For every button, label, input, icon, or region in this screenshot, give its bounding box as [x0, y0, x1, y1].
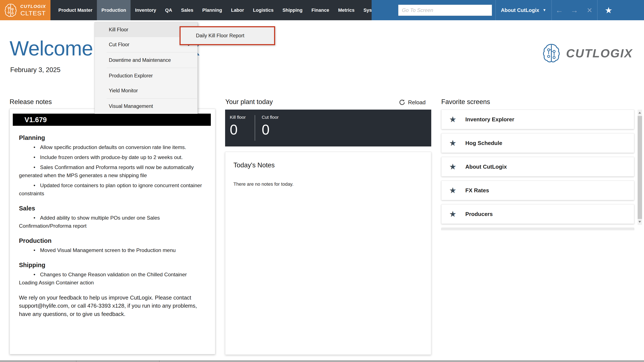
kill-floor-label: Kill floor — [230, 115, 246, 120]
plant-today-panel: Kill floor 0 Cut floor 0 — [225, 110, 431, 146]
nav-item-finance[interactable]: Finance — [307, 0, 334, 20]
nav-item-sales[interactable]: Sales — [176, 0, 198, 20]
favorite-screens-heading: Favorite screens — [441, 98, 490, 106]
brand-environment: CLTEST — [20, 10, 46, 17]
release-note-bullet: ●Added ability to show multiple POs unde… — [19, 214, 206, 230]
menu-item-downtime-and-maintenance[interactable]: Downtime and Maintenance — [95, 53, 198, 68]
star-icon: ★ — [449, 115, 456, 124]
favorite-item-partial — [441, 228, 634, 230]
bullet-icon: ● — [34, 183, 35, 187]
menu-item-visual-management[interactable]: Visual Management — [95, 99, 198, 114]
about-cutlogix-label: About CutLogix — [501, 7, 539, 13]
go-to-screen-input[interactable] — [398, 5, 492, 16]
forward-arrow-icon[interactable]: → — [567, 6, 582, 15]
nav-right-section: About CutLogix ▼ ← → × ★ — [372, 0, 644, 20]
release-note-bullet: ●Allow specific production defaults on c… — [19, 143, 206, 151]
nav-item-metrics[interactable]: Metrics — [334, 0, 359, 20]
favorites-scrollbar[interactable] — [638, 110, 642, 225]
cutlogix-logo: CUTLOGIX — [543, 42, 633, 64]
reload-icon — [399, 99, 406, 106]
todays-notes-empty-message: There are no notes for today. — [234, 182, 431, 187]
release-note-bullet: ●Changes to Change Reason validation on … — [19, 271, 206, 287]
bullet-icon: ● — [34, 216, 35, 219]
favorite-item-about-cutlogix[interactable]: ★ About CutLogix — [441, 157, 634, 176]
bottom-taskbar-edge — [0, 360, 644, 362]
release-note-bullet: ●Sales Confirmation and Proforma reports… — [19, 163, 206, 179]
release-note-bullet: ●Updated force containers to plan option… — [19, 182, 206, 198]
version-banner: V1.679 — [13, 114, 211, 126]
taskbar-divider — [76, 360, 76, 362]
nav-item-shipping[interactable]: Shipping — [278, 0, 307, 20]
reload-button[interactable]: Reload — [399, 99, 426, 106]
metric-divider — [255, 115, 255, 141]
nav-item-qa[interactable]: QA — [160, 0, 176, 20]
cut-floor-metric: Cut floor 0 — [262, 115, 278, 138]
bullet-icon: ● — [34, 155, 35, 159]
section-title-shipping: Shipping — [19, 262, 206, 269]
nav-menu: Product Master Production Inventory QA S… — [50, 0, 384, 20]
bullet-icon: ● — [34, 248, 35, 252]
logo-brain-circuit-icon — [543, 42, 560, 64]
section-title-production: Production — [19, 237, 206, 244]
star-icon: ★ — [449, 138, 456, 148]
scroll-up-icon[interactable] — [638, 112, 641, 114]
release-notes-card: V1.679 Planning ●Allow specific producti… — [10, 109, 215, 354]
section-title-sales: Sales — [19, 205, 206, 212]
current-date: February 3, 2025 — [10, 66, 60, 74]
nav-item-logistics[interactable]: Logistics — [248, 0, 278, 20]
release-note-bullet: ●Include frozen orders with produce-by d… — [19, 153, 206, 161]
menu-item-production-explorer[interactable]: Production Explorer — [95, 68, 198, 83]
window-nav-buttons: ← → × — [552, 0, 597, 20]
bullet-icon: ● — [34, 272, 35, 276]
plant-today-heading: Your plant today — [225, 98, 273, 106]
taskbar-divider — [159, 360, 160, 362]
scrollbar-thumb[interactable] — [638, 116, 642, 219]
release-notes-heading: Release notes — [10, 98, 52, 106]
favorite-screens-list: ★ Inventory Explorer ★ Hog Schedule ★ Ab… — [441, 110, 634, 230]
scroll-down-icon[interactable] — [638, 221, 641, 223]
cut-floor-label: Cut floor — [262, 115, 278, 120]
favorite-item-producers[interactable]: ★ Producers — [441, 204, 634, 224]
kill-floor-value: 0 — [230, 121, 246, 138]
close-icon[interactable]: × — [582, 5, 597, 15]
nav-item-production[interactable]: Production — [97, 0, 130, 20]
nav-item-planning[interactable]: Planning — [198, 0, 226, 20]
reload-label: Reload — [408, 99, 426, 106]
chevron-down-icon: ▼ — [543, 8, 546, 12]
todays-notes-card: Today's Notes There are no notes for tod… — [225, 152, 431, 355]
favorite-item-hog-schedule[interactable]: ★ Hog Schedule — [441, 133, 634, 153]
logo-wordmark: CUTLOGIX — [566, 46, 633, 60]
favorite-star-icon[interactable]: ★ — [598, 5, 620, 15]
cut-floor-value: 0 — [262, 121, 278, 138]
nav-item-inventory[interactable]: Inventory — [130, 0, 160, 20]
brand-block[interactable]: CUTLOGIX CLTEST — [0, 0, 50, 20]
submenu-item-daily-kill-floor-report[interactable]: Daily Kill Floor Report — [180, 26, 275, 45]
release-note-bullet: ●Moved Visual Management screen to the P… — [19, 246, 206, 254]
favorite-item-inventory-explorer[interactable]: ★ Inventory Explorer — [441, 110, 634, 129]
nav-item-labor[interactable]: Labor — [226, 0, 248, 20]
back-arrow-icon[interactable]: ← — [552, 6, 567, 15]
favorite-item-fx-rates[interactable]: ★ FX Rates — [441, 180, 634, 200]
star-icon: ★ — [449, 209, 456, 219]
brand-brain-circuit-icon — [4, 3, 17, 17]
star-icon: ★ — [449, 162, 456, 171]
menu-separator — [107, 68, 197, 68]
section-title-planning: Planning — [19, 134, 206, 141]
bullet-icon: ● — [34, 165, 35, 169]
todays-notes-heading: Today's Notes — [234, 161, 431, 169]
release-notes-content: Planning ●Allow specific production defa… — [10, 126, 215, 318]
star-icon: ★ — [449, 186, 456, 195]
menu-item-yield-monitor[interactable]: Yield Monitor — [95, 83, 198, 98]
nav-item-product-master[interactable]: Product Master — [54, 0, 97, 20]
about-cutlogix-dropdown[interactable]: About CutLogix ▼ — [496, 0, 551, 20]
bullet-icon: ● — [34, 145, 35, 149]
feedback-note: We rely on your feedback to help us impr… — [19, 294, 206, 318]
brand-name: CUTLOGIX — [20, 4, 46, 9]
top-navigation-bar: CUTLOGIX CLTEST Product Master Productio… — [0, 0, 644, 20]
kill-floor-metric: Kill floor 0 — [230, 115, 246, 138]
